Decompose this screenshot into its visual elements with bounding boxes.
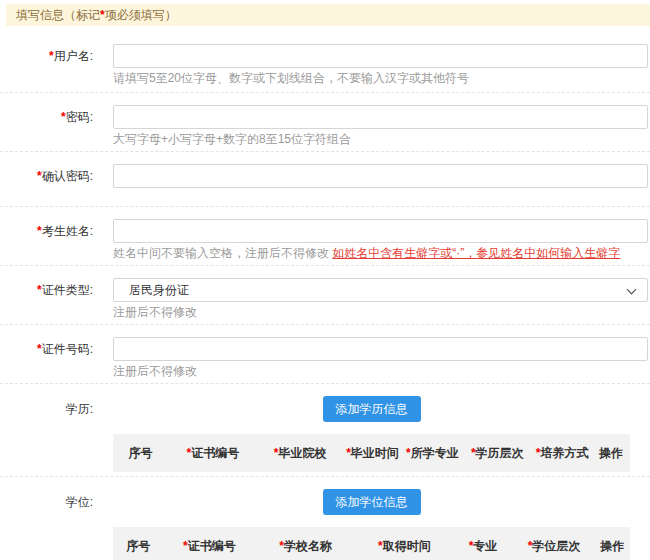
degree-col-index: 序号 <box>113 538 164 555</box>
candidate-name-hint: 姓名中间不要输入空格，注册后不得修改 如姓名中含有生僻字或“·”，参见姓名中如何… <box>113 246 648 261</box>
education-col-level: *学历层次 <box>462 445 532 462</box>
id-type-content: 居民身份证 注册后不得修改 <box>113 278 648 320</box>
education-label: 学历: <box>0 396 93 472</box>
degree-col-major: *专业 <box>453 538 514 555</box>
confirm-password-content <box>113 164 648 188</box>
degree-col-cert-no: *证书编号 <box>164 538 255 555</box>
education-col-actions: 操作 <box>592 445 630 462</box>
id-number-label: *证件号码: <box>0 337 93 379</box>
degree-col-actions: 操作 <box>595 538 630 555</box>
row-id-type: *证件类型: 居民身份证 注册后不得修改 <box>0 266 650 325</box>
rare-character-help-link[interactable]: 参见姓名中如何输入生僻字 <box>476 246 620 260</box>
password-label: *密码: <box>0 105 93 147</box>
id-type-selected-value: 居民身份证 <box>129 283 189 297</box>
degree-col-obtain-time: *取得时间 <box>356 538 452 555</box>
registration-form: *用户名: 请填写5至20位字母、数字或下划线组合，不要输入汉字或其他符号 *密… <box>0 26 650 560</box>
education-col-grad-time: *毕业时间 <box>343 445 403 462</box>
username-input[interactable] <box>113 44 648 68</box>
id-type-hint: 注册后不得修改 <box>113 305 648 320</box>
education-table-header: 序号 *证书编号 *毕业院校 *毕业时间 *所学专业 *学历层次 *培养方式 操… <box>113 434 630 472</box>
education-button-wrap: 添加学历信息 <box>113 396 630 422</box>
id-number-hint: 注册后不得修改 <box>113 364 648 379</box>
row-degree: 学位: 添加学位信息 序号 *证书编号 *学校名称 *取得时间 *专业 *学位层… <box>0 477 650 560</box>
row-education: 学历: 添加学历信息 序号 *证书编号 *毕业院校 *毕业时间 *所学专业 *学… <box>0 384 650 477</box>
row-candidate-name: *考生姓名: 姓名中间不要输入空格，注册后不得修改 如姓名中含有生僻字或“·”，… <box>0 207 650 266</box>
education-col-index: 序号 <box>113 445 168 462</box>
row-username: *用户名: 请填写5至20位字母、数字或下划线组合，不要输入汉字或其他符号 <box>0 26 650 93</box>
id-type-label: *证件类型: <box>0 278 93 320</box>
education-col-mode: *培养方式 <box>532 445 592 462</box>
education-col-school: *毕业院校 <box>258 445 343 462</box>
degree-col-level: *学位层次 <box>513 538 594 555</box>
candidate-name-content: 姓名中间不要输入空格，注册后不得修改 如姓名中含有生僻字或“·”，参见姓名中如何… <box>113 219 648 261</box>
confirm-password-input[interactable] <box>113 164 648 188</box>
password-hint: 大写字母+小写字母+数字的8至15位字符组合 <box>113 132 648 147</box>
rare-character-link[interactable]: 如姓名中含有生僻字或“·”， <box>332 246 476 260</box>
username-hint: 请填写5至20位字母、数字或下划线组合，不要输入汉字或其他符号 <box>113 71 648 86</box>
chevron-down-icon <box>627 285 637 295</box>
row-password: *密码: 大写字母+小写字母+数字的8至15位字符组合 <box>0 93 650 152</box>
degree-content: 添加学位信息 序号 *证书编号 *学校名称 *取得时间 *专业 *学位层次 操作 <box>113 489 648 560</box>
username-label: *用户名: <box>0 44 93 86</box>
degree-table-header: 序号 *证书编号 *学校名称 *取得时间 *专业 *学位层次 操作 <box>113 527 630 560</box>
id-number-content: 注册后不得修改 <box>113 337 648 379</box>
form-header-bar: 填写信息（标记*项必须填写） <box>6 4 650 26</box>
degree-button-wrap: 添加学位信息 <box>113 489 630 515</box>
username-content: 请填写5至20位字母、数字或下划线组合，不要输入汉字或其他符号 <box>113 44 648 86</box>
degree-label: 学位: <box>0 489 93 560</box>
row-id-number: *证件号码: 注册后不得修改 <box>0 325 650 384</box>
degree-col-school: *学校名称 <box>255 538 356 555</box>
add-degree-button[interactable]: 添加学位信息 <box>323 489 421 515</box>
id-number-input[interactable] <box>113 337 648 361</box>
id-type-select[interactable]: 居民身份证 <box>113 278 648 302</box>
education-content: 添加学历信息 序号 *证书编号 *毕业院校 *毕业时间 *所学专业 *学历层次 … <box>113 396 648 472</box>
form-header-text-suffix: 项必须填写） <box>105 8 177 22</box>
add-education-button[interactable]: 添加学历信息 <box>323 396 421 422</box>
candidate-name-input[interactable] <box>113 219 648 243</box>
password-content: 大写字母+小写字母+数字的8至15位字符组合 <box>113 105 648 147</box>
form-header-text: 填写信息（标记 <box>16 8 100 22</box>
candidate-name-label: *考生姓名: <box>0 219 93 261</box>
password-input[interactable] <box>113 105 648 129</box>
education-col-major: *所学专业 <box>402 445 462 462</box>
confirm-password-label: *确认密码: <box>0 164 93 188</box>
row-confirm-password: *确认密码: <box>0 152 650 207</box>
education-col-cert-no: *证书编号 <box>168 445 258 462</box>
